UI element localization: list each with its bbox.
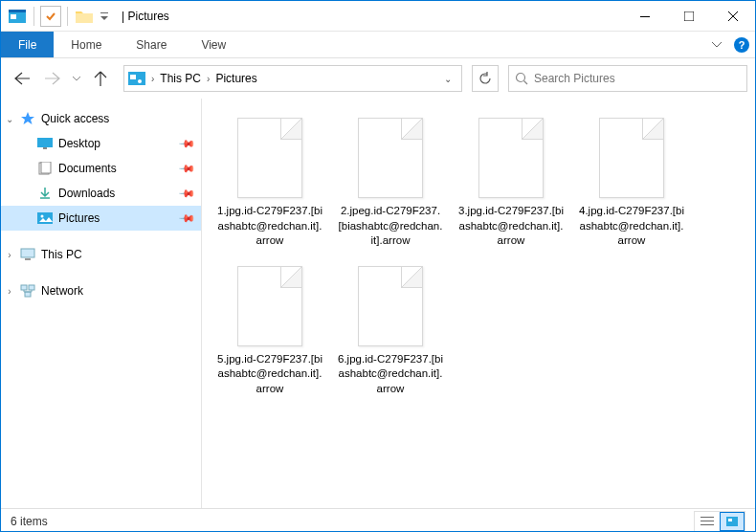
window-controls <box>623 2 755 31</box>
up-button[interactable] <box>87 65 114 92</box>
sidebar-item-downloads[interactable]: Downloads 📌 <box>1 181 201 206</box>
file-item[interactable]: 1.jpg.id-C279F237.[biashabtc@redchan.it]… <box>213 114 326 253</box>
recent-locations-dropdown[interactable] <box>70 65 83 92</box>
breadcrumb-item-pictures[interactable]: Pictures <box>215 72 256 85</box>
breadcrumb-dropdown-icon[interactable]: ⌄ <box>438 74 457 84</box>
svg-point-16 <box>41 215 44 218</box>
svg-point-9 <box>517 74 525 82</box>
svg-line-10 <box>524 81 528 85</box>
back-button[interactable] <box>9 65 35 92</box>
svg-rect-21 <box>25 292 31 297</box>
file-thumbnail <box>237 118 302 198</box>
breadcrumb-item-this-pc[interactable]: This PC <box>160 72 201 85</box>
svg-rect-5 <box>684 11 694 21</box>
sidebar-item-desktop[interactable]: Desktop 📌 <box>1 131 201 156</box>
search-input[interactable] <box>534 72 741 85</box>
svg-rect-12 <box>43 147 47 149</box>
file-name-label: 6.jpg.id-C279F237.[biashabtc@redchan.it]… <box>338 352 443 397</box>
chevron-right-icon[interactable]: › <box>1 286 18 297</box>
forward-button[interactable] <box>39 65 66 92</box>
file-item[interactable]: 6.jpg.id-C279F237.[biashabtc@redchan.it]… <box>334 262 447 401</box>
network-icon <box>18 284 37 298</box>
search-box[interactable] <box>508 65 747 92</box>
tab-share[interactable]: Share <box>119 32 184 57</box>
chevron-right-icon[interactable]: › <box>151 74 154 84</box>
file-name-label: 3.jpg.id-C279F237.[biashabtc@redchan.it]… <box>458 204 564 249</box>
sidebar-label-network: Network <box>37 284 193 298</box>
svg-rect-4 <box>640 16 650 17</box>
desktop-icon <box>35 138 55 149</box>
details-view-button[interactable] <box>695 512 720 531</box>
file-item[interactable]: 5.jpg.id-C279F237.[biashabtc@redchan.it]… <box>213 262 326 401</box>
minimize-button[interactable] <box>623 2 667 31</box>
folder-icon[interactable] <box>74 6 95 27</box>
sidebar-item-pictures[interactable]: Pictures 📌 <box>1 206 201 231</box>
file-item[interactable]: 2.jpeg.id-C279F237.[biashabtc@redchan.it… <box>334 114 447 253</box>
pin-icon: 📌 <box>177 159 195 177</box>
help-icon: ? <box>734 37 749 53</box>
pictures-location-icon <box>128 70 145 87</box>
sidebar-item-network[interactable]: › Network <box>1 278 201 303</box>
svg-rect-11 <box>37 138 53 147</box>
sidebar-label: Desktop <box>55 137 180 150</box>
svg-rect-15 <box>37 212 53 224</box>
thumbnails-view-button[interactable] <box>720 512 745 531</box>
svg-rect-2 <box>11 14 16 19</box>
main-area: ⌄ Quick access Desktop 📌 Documents 📌 <box>1 99 755 508</box>
quick-access-toolbar <box>1 6 116 27</box>
svg-rect-24 <box>700 524 714 525</box>
this-pc-icon <box>18 248 37 261</box>
svg-rect-26 <box>728 519 732 521</box>
search-icon <box>515 72 528 85</box>
chevron-down-icon[interactable]: ⌄ <box>1 114 18 124</box>
help-button[interactable]: ? <box>728 32 755 57</box>
close-button[interactable] <box>711 2 755 31</box>
pin-icon: 📌 <box>177 184 195 202</box>
file-thumbnail <box>358 118 423 198</box>
app-icon[interactable] <box>7 6 28 27</box>
file-tab[interactable]: File <box>1 32 54 57</box>
tab-view[interactable]: View <box>184 32 243 57</box>
svg-rect-3 <box>100 12 108 13</box>
svg-point-8 <box>138 79 142 83</box>
status-bar: 6 items <box>1 508 755 532</box>
sidebar-label: Downloads <box>55 187 180 200</box>
svg-rect-20 <box>29 285 34 290</box>
file-item[interactable]: 3.jpg.id-C279F237.[biashabtc@redchan.it]… <box>455 114 567 253</box>
chevron-right-icon[interactable]: › <box>207 74 210 84</box>
sidebar-label-this-pc: This PC <box>37 248 193 261</box>
qat-separator <box>33 7 34 26</box>
file-thumbnail <box>237 266 302 346</box>
file-list[interactable]: 1.jpg.id-C279F237.[biashabtc@redchan.it]… <box>202 99 755 508</box>
file-thumbnail <box>478 118 544 198</box>
navigation-pane: ⌄ Quick access Desktop 📌 Documents 📌 <box>1 99 202 508</box>
file-name-label: 1.jpg.id-C279F237.[biashabtc@redchan.it]… <box>217 204 322 249</box>
documents-icon <box>35 162 55 175</box>
sidebar-item-quick-access[interactable]: ⌄ Quick access <box>1 106 201 131</box>
chevron-right-icon[interactable]: › <box>1 250 18 260</box>
svg-rect-23 <box>700 521 714 521</box>
maximize-button[interactable] <box>667 2 711 31</box>
svg-rect-18 <box>25 258 31 260</box>
refresh-button[interactable] <box>472 65 499 92</box>
view-mode-toggle <box>694 511 745 532</box>
file-item[interactable]: 4.jpg.id-C279F237.[biashabtc@redchan.it]… <box>575 114 688 253</box>
pictures-icon <box>35 212 55 224</box>
file-name-label: 2.jpeg.id-C279F237.[biashabtc@redchan.it… <box>338 204 443 249</box>
qat-dropdown-icon[interactable] <box>99 6 110 27</box>
pin-icon: 📌 <box>177 134 195 152</box>
star-icon <box>18 111 37 126</box>
sidebar-label: Pictures <box>55 211 180 225</box>
sidebar-item-documents[interactable]: Documents 📌 <box>1 156 201 181</box>
status-item-count: 6 items <box>11 515 48 528</box>
sidebar-item-this-pc[interactable]: › This PC <box>1 242 201 267</box>
navigation-bar: › This PC › Pictures ⌄ <box>1 58 755 99</box>
window-titlebar: | Pictures <box>1 1 755 32</box>
ribbon-tabs: File Home Share View ? <box>1 32 755 58</box>
expand-ribbon-icon[interactable] <box>705 32 728 57</box>
tab-home[interactable]: Home <box>54 32 119 57</box>
sidebar-label: Documents <box>55 162 180 175</box>
checkbox-properties-icon[interactable] <box>40 6 61 27</box>
file-thumbnail <box>599 118 664 198</box>
breadcrumb[interactable]: › This PC › Pictures ⌄ <box>123 65 462 92</box>
